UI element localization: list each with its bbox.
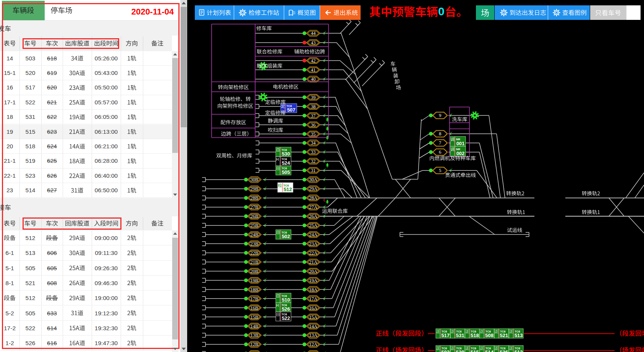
svg-text:17A: 17A: [309, 296, 317, 302]
svg-text:24B: 24B: [251, 232, 259, 237]
svg-text:521: 521: [500, 333, 508, 338]
svg-text:39: 39: [311, 95, 316, 100]
svg-text:508: 508: [485, 333, 494, 338]
svg-text:30A: 30A: [309, 177, 317, 182]
svg-text:23B: 23B: [251, 241, 259, 247]
svg-text:526: 526: [500, 349, 508, 352]
svg-text:28B: 28B: [251, 195, 259, 201]
svg-text:41: 41: [311, 67, 316, 73]
svg-text:21B: 21B: [251, 260, 259, 265]
svg-text:518: 518: [471, 333, 479, 338]
svg-text:26A: 26A: [309, 214, 317, 219]
svg-text:515: 515: [471, 349, 479, 352]
svg-text:33: 33: [311, 149, 316, 155]
svg-text:16B: 16B: [251, 305, 259, 311]
svg-text:13A: 13A: [309, 333, 317, 338]
svg-text:12B: 12B: [251, 342, 259, 347]
svg-text:43: 43: [311, 40, 316, 45]
svg-text:37: 37: [311, 113, 316, 118]
svg-text:31: 31: [311, 168, 316, 173]
svg-text:19A: 19A: [309, 278, 317, 283]
svg-text:17B: 17B: [251, 296, 259, 302]
svg-text:526: 526: [282, 306, 290, 312]
svg-text:18B: 18B: [251, 287, 259, 292]
svg-text:19B: 19B: [251, 278, 259, 283]
svg-text:503: 503: [441, 349, 450, 352]
svg-text:512: 512: [284, 187, 292, 192]
svg-text:507: 507: [287, 107, 296, 113]
svg-text:15A: 15A: [309, 315, 317, 320]
svg-text:32: 32: [311, 159, 316, 164]
svg-text:29B: 29B: [251, 186, 259, 191]
svg-text:513: 513: [515, 333, 523, 338]
svg-text:25B: 25B: [251, 223, 259, 228]
svg-text:505: 505: [282, 169, 290, 175]
svg-text:517: 517: [441, 333, 450, 338]
svg-text:502: 502: [282, 234, 290, 239]
svg-text:20A: 20A: [309, 269, 317, 274]
svg-text:510: 510: [282, 297, 290, 303]
svg-text:30B: 30B: [251, 177, 259, 182]
svg-text:524: 524: [282, 160, 290, 166]
svg-text:24A: 24A: [309, 232, 317, 237]
svg-text:40: 40: [311, 76, 316, 82]
svg-text:9: 9: [439, 113, 441, 118]
svg-text:6: 6: [439, 149, 441, 155]
svg-text:27B: 27B: [251, 204, 259, 210]
svg-text:29A: 29A: [309, 186, 317, 191]
svg-text:530: 530: [282, 151, 290, 157]
svg-text:27A: 27A: [309, 204, 317, 210]
svg-text:522: 522: [282, 315, 290, 321]
svg-text:22A: 22A: [309, 250, 317, 256]
svg-text:14B: 14B: [251, 324, 259, 329]
svg-text:38: 38: [311, 104, 316, 109]
svg-text:002: 002: [456, 151, 465, 156]
svg-text:35: 35: [311, 131, 316, 137]
svg-text:34: 34: [311, 140, 316, 146]
svg-text:514: 514: [485, 349, 494, 352]
svg-text:520: 520: [456, 349, 464, 352]
svg-text:23A: 23A: [309, 241, 317, 247]
svg-text:13B: 13B: [251, 333, 259, 338]
svg-text:8: 8: [439, 131, 441, 136]
svg-text:512: 512: [515, 349, 523, 352]
svg-text:531: 531: [456, 333, 464, 338]
svg-text:44: 44: [311, 31, 316, 36]
svg-text:16A: 16A: [309, 305, 317, 311]
svg-text:21A: 21A: [309, 260, 317, 265]
svg-text:26B: 26B: [251, 214, 259, 219]
svg-text:15B: 15B: [251, 315, 259, 320]
svg-text:14A: 14A: [309, 324, 317, 329]
svg-text:42: 42: [311, 58, 316, 63]
svg-text:7: 7: [439, 140, 441, 146]
svg-text:22B: 22B: [251, 250, 259, 256]
svg-text:28A: 28A: [309, 195, 317, 201]
svg-text:12A: 12A: [309, 342, 317, 347]
svg-text:25A: 25A: [309, 223, 317, 228]
svg-text:36: 36: [311, 122, 316, 128]
svg-text:001: 001: [456, 141, 465, 146]
svg-text:18A: 18A: [309, 287, 317, 292]
svg-text:20B: 20B: [251, 269, 259, 274]
svg-text:5: 5: [439, 168, 441, 173]
